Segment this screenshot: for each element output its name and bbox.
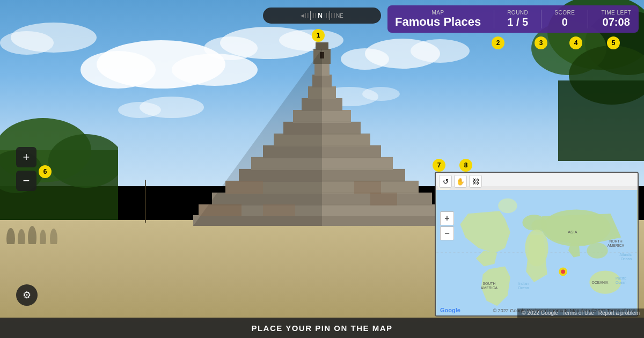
svg-text:AMERICA: AMERICA: [608, 244, 625, 247]
map-zoom-out-button[interactable]: −: [440, 226, 454, 240]
map-pan-button[interactable]: ✋: [454, 175, 467, 188]
svg-rect-57: [370, 193, 397, 205]
hud-panel: MAP Famous Places ROUND 1 / 5 SCORE 0 TI…: [387, 5, 639, 33]
zoom-out-button[interactable]: −: [16, 171, 36, 191]
hud-time-label: TIME LEFT: [601, 10, 631, 16]
pin-bar[interactable]: PLACE YOUR PIN ON THE MAP: [0, 318, 644, 338]
svg-rect-56: [263, 204, 295, 216]
svg-text:ASIA: ASIA: [568, 230, 578, 234]
hud-divider-3: [588, 10, 588, 28]
map-rotate-button[interactable]: ↺: [439, 175, 452, 188]
footer-copyright: © 2022 Google: [522, 310, 558, 316]
svg-text:Ocean: Ocean: [616, 281, 626, 284]
map-zoom-in-button[interactable]: +: [440, 211, 454, 225]
hud-divider-1: [494, 10, 494, 28]
svg-rect-59: [354, 181, 381, 194]
svg-rect-58: [225, 181, 263, 194]
hud-time-value: 07:08: [603, 16, 630, 28]
hud-divider-2: [541, 10, 541, 28]
svg-text:SOUTH: SOUTH: [482, 282, 495, 285]
hud-map-section: MAP Famous Places: [395, 10, 481, 28]
google-logo: Google: [440, 307, 460, 313]
pyramid-image: [182, 33, 462, 237]
zoom-controls: + −: [16, 147, 36, 191]
hud-score-label: SCORE: [554, 10, 575, 16]
badge-8: 8: [459, 159, 472, 172]
map-link-button[interactable]: ⛓: [469, 175, 482, 188]
svg-text:Indian: Indian: [518, 282, 529, 285]
svg-point-74: [498, 199, 517, 214]
svg-text:NORTH: NORTH: [609, 239, 622, 243]
svg-text:Ocean: Ocean: [518, 286, 529, 290]
svg-point-69: [587, 243, 608, 258]
compass-ne-label: NE: [336, 13, 343, 19]
badge-2: 2: [492, 36, 504, 49]
hud-score-value: 0: [562, 16, 568, 28]
badge-7: 7: [433, 159, 445, 172]
hud-round-label: ROUND: [507, 10, 528, 16]
svg-point-88: [561, 269, 565, 274]
badge-5: 5: [607, 36, 620, 49]
compass-bar: ◀ N NE: [263, 8, 381, 24]
svg-text:OCEANIA: OCEANIA: [592, 281, 609, 284]
hud-round-section: ROUND 1 / 5: [507, 10, 528, 28]
hud-round-value: 1 / 5: [507, 16, 528, 28]
map-body[interactable]: ASIA NORTH AMERICA SOUTH AMERICA OCEANIA…: [436, 190, 638, 315]
pole-left: [145, 180, 146, 223]
svg-rect-55: [199, 204, 241, 216]
map-zoom-controls: + −: [440, 211, 454, 240]
badge-3: 3: [535, 36, 547, 49]
hud-time-section: TIME LEFT 07:08: [601, 10, 631, 28]
hud-map-name: Famous Places: [395, 16, 481, 28]
badge-1: 1: [312, 29, 325, 42]
map-controls-bar: ↺ ✋ ⛓: [436, 173, 638, 190]
badge-4: 4: [569, 36, 582, 49]
pin-bar-text: PLACE YOUR PIN ON THE MAP: [251, 324, 392, 333]
svg-text:AMERICA: AMERICA: [481, 286, 498, 290]
settings-button[interactable]: ⚙: [16, 284, 38, 306]
svg-text:Atlantic: Atlantic: [619, 253, 632, 256]
map-overlay[interactable]: ↺ ✋ ⛓: [435, 172, 639, 317]
footer-terms[interactable]: Terms of Use: [562, 310, 594, 316]
footer-report[interactable]: Report a problem: [598, 310, 640, 316]
svg-rect-44: [316, 42, 328, 50]
svg-text:Ocean: Ocean: [621, 257, 632, 261]
svg-marker-46: [193, 49, 322, 226]
compass-north-label: N: [318, 12, 323, 19]
hud-score-section: SCORE 0: [554, 10, 575, 28]
footer-bar: © 2022 Google Terms of Use Report a prob…: [517, 308, 644, 318]
svg-rect-23: [558, 80, 644, 161]
badge-6: 6: [39, 165, 52, 178]
gear-icon: ⚙: [23, 289, 31, 301]
svg-text:Pacific: Pacific: [616, 276, 627, 280]
zoom-in-button[interactable]: +: [16, 147, 36, 167]
